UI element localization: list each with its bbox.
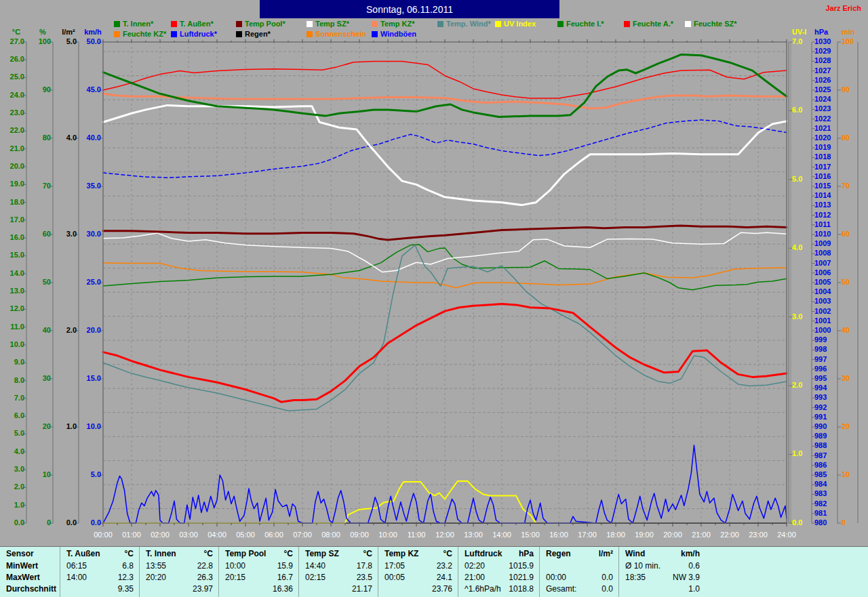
svg-text:5.0: 5.0 xyxy=(14,429,24,437)
min-time: Ø 10 min. xyxy=(625,560,660,572)
svg-text:25.0: 25.0 xyxy=(87,278,101,286)
svg-text:l/m²: l/m² xyxy=(62,28,75,36)
table-column-luftdruck: LuftdruckhPa02:201015.921:001021.9^1.6hP… xyxy=(458,547,540,597)
svg-text:16.0: 16.0 xyxy=(10,233,24,241)
svg-text:50.0: 50.0 xyxy=(87,37,101,45)
legend-item[interactable]: Temp. Wind* xyxy=(437,20,491,28)
svg-text:10:00: 10:00 xyxy=(378,531,397,539)
sensor-unit: hPa xyxy=(519,548,534,560)
max-time: 20:15 xyxy=(225,572,245,583)
max-value: 0.0 xyxy=(601,572,613,583)
svg-text:100: 100 xyxy=(39,37,51,45)
svg-text:980: 980 xyxy=(814,518,827,527)
legend-item[interactable]: Sonnenschein xyxy=(307,30,366,38)
min-time: 10:00 xyxy=(225,560,245,572)
legend-swatch-icon xyxy=(372,21,378,27)
sensor-name: Temp KZ xyxy=(384,548,418,560)
max-time: 02:15 xyxy=(305,572,326,583)
svg-text:15:00: 15:00 xyxy=(521,531,540,539)
legend-item-label: Luftdruck* xyxy=(180,30,217,38)
svg-text:987: 987 xyxy=(814,451,827,459)
svg-text:20: 20 xyxy=(842,422,850,430)
svg-text:60: 60 xyxy=(43,230,51,238)
svg-text:min: min xyxy=(842,28,855,36)
legend-item[interactable]: Feuchte A.* xyxy=(624,20,673,28)
min-value: 15.9 xyxy=(277,560,293,572)
sensor-unit: l/m² xyxy=(599,548,613,560)
avg-label: Gesamt: xyxy=(546,583,576,595)
svg-text:998: 998 xyxy=(814,345,827,353)
min-value: 6.8 xyxy=(122,560,134,572)
svg-text:20.0: 20.0 xyxy=(87,326,101,334)
svg-text:13:00: 13:00 xyxy=(464,531,483,539)
legend-item[interactable]: Temp SZ* xyxy=(307,20,349,28)
legend-swatch-icon xyxy=(624,21,630,27)
legend-item[interactable]: Regen* xyxy=(236,30,271,38)
svg-text:0: 0 xyxy=(842,518,846,527)
legend-item-label: Feuchte A.* xyxy=(633,20,673,28)
legend-item[interactable]: T. Außen* xyxy=(171,20,214,28)
legend-swatch-icon xyxy=(114,21,120,27)
svg-text:1021: 1021 xyxy=(814,124,831,132)
legend-swatch-icon xyxy=(171,31,177,37)
svg-text:985: 985 xyxy=(814,470,827,478)
legend-item[interactable]: Windböen xyxy=(372,30,416,38)
svg-text:11.0: 11.0 xyxy=(10,323,24,331)
legend-item[interactable]: T. Innen* xyxy=(114,20,153,28)
legend-item[interactable]: Feuchte SZ* xyxy=(685,20,737,28)
min-time: 02:20 xyxy=(465,560,485,572)
sensor-stats-table: SensorMinWertMaxWertDurchschnittT. Außen… xyxy=(0,546,868,597)
svg-text:1008: 1008 xyxy=(814,249,831,257)
legend-item[interactable]: Feuchte I.* xyxy=(557,20,604,28)
svg-text:14.0: 14.0 xyxy=(10,269,24,277)
svg-text:15.0: 15.0 xyxy=(87,374,101,382)
svg-text:08:00: 08:00 xyxy=(321,531,340,539)
max-value: NW 3.9 xyxy=(673,572,700,583)
legend-item[interactable]: Temp Pool* xyxy=(236,20,285,28)
svg-text:06:00: 06:00 xyxy=(264,531,283,539)
svg-text:23:00: 23:00 xyxy=(749,531,768,539)
svg-text:50: 50 xyxy=(842,278,850,286)
min-time: 17:05 xyxy=(384,560,405,572)
svg-text:1006: 1006 xyxy=(814,268,831,276)
svg-text:1019: 1019 xyxy=(814,143,831,151)
svg-text:19.0: 19.0 xyxy=(10,180,24,188)
legend-swatch-icon xyxy=(171,21,177,27)
min-value: 1015.9 xyxy=(509,560,534,572)
svg-text:0.0: 0.0 xyxy=(91,518,101,527)
svg-text:2.0: 2.0 xyxy=(792,381,802,389)
svg-text:1027: 1027 xyxy=(814,66,831,75)
svg-text:992: 992 xyxy=(814,403,827,411)
sensor-unit: °C xyxy=(363,548,372,560)
avg-value: 0.0 xyxy=(601,583,613,595)
max-value: 23.5 xyxy=(357,572,372,583)
min-time: 13:55 xyxy=(146,560,166,572)
table-column-t-au-en: T. Außen°C06:156.814:0012.39.35 xyxy=(60,547,140,597)
table-column-temp-pool: Temp Pool°C10:0015.920:1516.716.36 xyxy=(218,547,299,597)
table-column-temp-sz: Temp SZ°C14:4017.802:1523.521.17 xyxy=(298,547,378,597)
svg-text:UV-I: UV-I xyxy=(792,28,806,36)
table-column-temp-kz: Temp KZ°C17:0523.200:0524.123.76 xyxy=(378,547,458,597)
legend-item[interactable]: UV Index xyxy=(495,20,536,28)
svg-text:0.0: 0.0 xyxy=(14,518,24,527)
table-row-labels-column: SensorMinWertMaxWertDurchschnitt xyxy=(0,547,60,597)
svg-text:90: 90 xyxy=(842,85,850,94)
min-time: 06:15 xyxy=(66,560,87,572)
legend-item-label: T. Außen* xyxy=(180,20,214,28)
svg-text:0: 0 xyxy=(47,518,51,527)
chart-canvas: 0.01.02.03.04.05.06.07.08.09.010.011.012… xyxy=(0,0,868,546)
legend-item[interactable]: Luftdruck* xyxy=(171,30,217,38)
max-time: 21:00 xyxy=(465,572,485,583)
svg-text:6.0: 6.0 xyxy=(14,411,24,419)
svg-text:100: 100 xyxy=(842,37,854,45)
avg-label: ^1.6hPa/h xyxy=(465,583,501,595)
svg-text:22:00: 22:00 xyxy=(720,531,739,539)
svg-text:60: 60 xyxy=(842,230,850,238)
avg-value: 9.35 xyxy=(118,583,134,595)
svg-text:7.0: 7.0 xyxy=(792,37,802,45)
legend-item[interactable]: Feuchte KZ* xyxy=(114,30,166,38)
legend-item[interactable]: Temp KZ* xyxy=(372,20,415,28)
svg-text:1001: 1001 xyxy=(814,316,831,325)
svg-text:12:00: 12:00 xyxy=(435,531,454,539)
legend-item-label: Feuchte SZ* xyxy=(694,20,737,28)
